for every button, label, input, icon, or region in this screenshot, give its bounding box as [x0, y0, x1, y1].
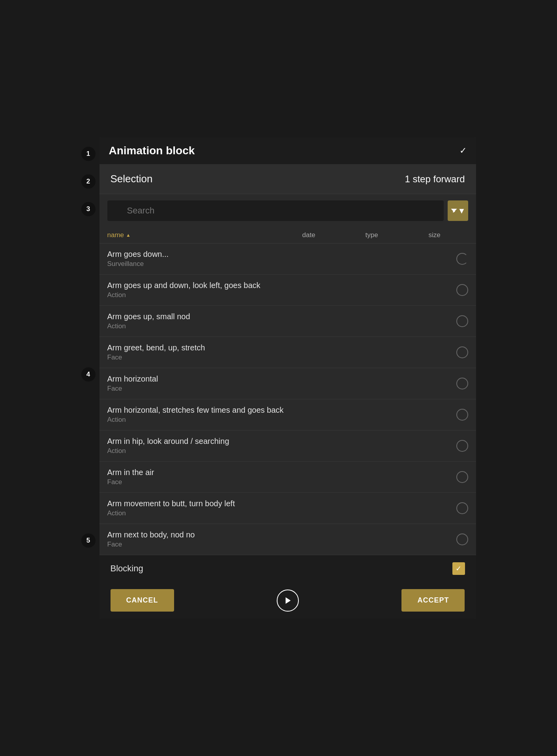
list-item[interactable]: Arm horizontal Face — [99, 368, 476, 399]
item-radio[interactable] — [456, 378, 468, 389]
item-info: Arm movement to butt, turn body left Act… — [107, 499, 235, 517]
item-radio[interactable] — [456, 440, 468, 452]
item-category: Face — [107, 478, 154, 486]
table-header: name ▲ date type size — [99, 227, 476, 243]
search-input[interactable] — [107, 200, 444, 221]
item-info: Arm in hip, look around / searching Acti… — [107, 437, 229, 455]
item-info: Arm horizontal, stretches few times and … — [107, 406, 284, 424]
item-name: Arm goes down... — [107, 250, 169, 259]
header-type[interactable]: type — [366, 231, 429, 239]
item-name: Arm in hip, look around / searching — [107, 437, 229, 446]
step-label: Selection — [111, 173, 153, 185]
item-radio[interactable] — [456, 253, 468, 265]
blocking-label: Blocking — [111, 563, 143, 574]
header-size[interactable]: size — [429, 231, 468, 239]
list-item[interactable]: Arm goes up, small nod Action — [99, 306, 476, 337]
item-category: Face — [107, 541, 195, 548]
item-name: Arm in the air — [107, 468, 154, 477]
step-number-4: 4 — [81, 367, 96, 382]
bottom-bar: CANCEL ACCEPT — [99, 582, 476, 619]
item-name: Arm goes up, small nod — [107, 312, 190, 321]
svg-marker-2 — [285, 597, 291, 604]
list-item[interactable]: Arm in hip, look around / searching Acti… — [99, 430, 476, 462]
item-name: Arm goes up and down, look left, goes ba… — [107, 281, 261, 290]
item-name: Arm horizontal, stretches few times and … — [107, 406, 284, 415]
item-name: Arm movement to butt, turn body left — [107, 499, 235, 508]
item-name: Arm next to body, nod no — [107, 530, 195, 539]
item-info: Arm goes down... Surveillance — [107, 250, 169, 268]
step-number-5: 5 — [81, 533, 96, 548]
item-category: Action — [107, 291, 261, 299]
item-info: Arm horizontal Face — [107, 374, 158, 393]
check-icon: ✓ — [459, 146, 467, 156]
item-category: Face — [107, 354, 205, 361]
accept-button[interactable]: ACCEPT — [401, 589, 465, 612]
step-number-2: 2 — [81, 174, 96, 189]
step-number-1: 1 — [81, 147, 96, 161]
header-date[interactable]: date — [302, 231, 366, 239]
list-item[interactable]: Arm greet, bend, up, stretch Face — [99, 337, 476, 368]
blocking-bar: Blocking ✓ — [99, 555, 476, 582]
item-category: Action — [107, 509, 235, 517]
item-radio[interactable] — [456, 471, 468, 483]
item-radio[interactable] — [456, 533, 468, 545]
item-category: Action — [107, 322, 190, 330]
item-radio[interactable] — [456, 284, 468, 296]
item-name: Arm horizontal — [107, 374, 158, 384]
item-category: Face — [107, 385, 158, 393]
play-button[interactable] — [277, 589, 299, 612]
item-info: Arm goes up and down, look left, goes ba… — [107, 281, 261, 299]
title-bar: Animation block ✓ — [99, 137, 476, 164]
step-bar: Selection 1 step forward — [99, 164, 476, 194]
item-name: Arm greet, bend, up, stretch — [107, 343, 205, 352]
item-radio[interactable] — [456, 315, 468, 327]
item-radio[interactable] — [456, 502, 468, 514]
step-value: 1 step forward — [405, 174, 465, 185]
item-category: Action — [107, 416, 284, 424]
item-info: Arm in the air Face — [107, 468, 154, 486]
item-info: Arm goes up, small nod Action — [107, 312, 190, 330]
filter-button[interactable]: ▼ — [448, 200, 468, 221]
list-item[interactable]: Arm horizontal, stretches few times and … — [99, 399, 476, 430]
list-item[interactable]: Arm goes down... Surveillance — [99, 243, 476, 275]
item-info: Arm greet, bend, up, stretch Face — [107, 343, 205, 361]
list-item[interactable]: Arm in the air Face — [99, 462, 476, 493]
item-radio[interactable] — [456, 409, 468, 421]
blocking-checkbox[interactable]: ✓ — [452, 562, 465, 575]
header-name[interactable]: name ▲ — [107, 231, 302, 239]
cancel-button[interactable]: CANCEL — [111, 589, 174, 612]
dialog-title: Animation block — [109, 144, 195, 157]
search-wrapper — [107, 200, 444, 221]
step-number-3: 3 — [81, 202, 96, 216]
item-radio[interactable] — [456, 346, 468, 358]
list-item[interactable]: Arm next to body, nod no Face — [99, 524, 476, 555]
list-item[interactable]: Arm movement to butt, turn body left Act… — [99, 493, 476, 524]
item-category: Action — [107, 447, 229, 455]
search-area: ▼ — [99, 194, 476, 227]
item-category: Surveillance — [107, 260, 169, 268]
list-item[interactable]: Arm goes up and down, look left, goes ba… — [99, 275, 476, 306]
sort-arrow-icon: ▲ — [126, 232, 131, 238]
animation-list: Arm goes down... Surveillance Arm goes u… — [99, 243, 476, 555]
item-info: Arm next to body, nod no Face — [107, 530, 195, 548]
